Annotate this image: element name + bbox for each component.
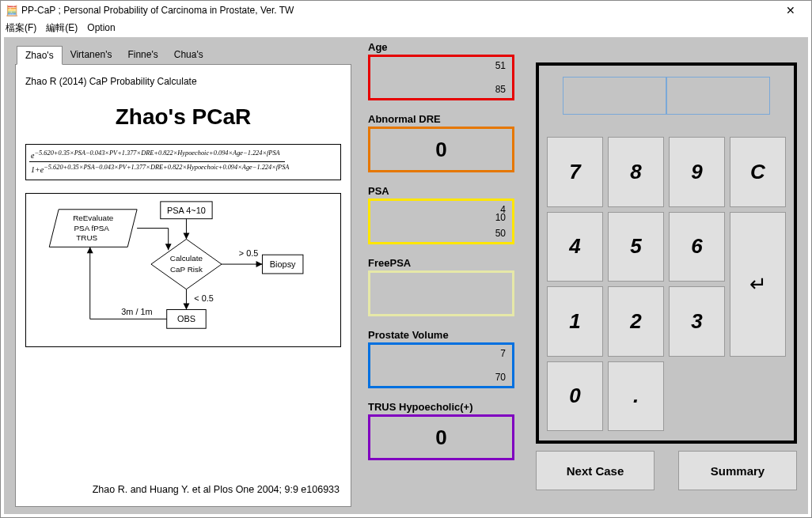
inputs-column: Age 51 85 Abnormal DRE 0 PSA 4 10 50 bbox=[368, 41, 514, 473]
key-3[interactable]: 3 bbox=[669, 286, 725, 357]
tab-finne[interactable]: Finne's bbox=[120, 46, 165, 65]
svg-text:Calculate: Calculate bbox=[170, 254, 203, 263]
tab-row: Zhao's Virtanen's Finne's Chua's bbox=[17, 45, 351, 64]
next-case-button[interactable]: Next Case bbox=[536, 451, 655, 490]
trus-label: TRUS Hypoecholic(+) bbox=[368, 401, 514, 413]
svg-marker-7 bbox=[256, 261, 263, 267]
key-6[interactable]: 6 bbox=[669, 212, 725, 282]
formula-box: e−5.620+0.35×PSA−0.043×PV+1.377×DRE+0.82… bbox=[25, 144, 341, 180]
calc-display-right[interactable] bbox=[666, 77, 770, 115]
dre-input[interactable]: 0 bbox=[368, 127, 514, 172]
menubar: 檔案(F) 編輯(E) Option bbox=[1, 20, 811, 36]
svg-text:PSA  fPSA: PSA fPSA bbox=[74, 223, 109, 232]
tabs-panel: Zhao's Virtanen's Finne's Chua's Zhao R … bbox=[15, 45, 351, 505]
svg-marker-22 bbox=[165, 244, 172, 250]
age-min: 51 bbox=[495, 60, 506, 71]
tab-zhao[interactable]: Zhao's bbox=[17, 46, 63, 65]
psa-v2: 10 bbox=[495, 212, 506, 223]
trus-input[interactable]: 0 bbox=[368, 414, 514, 460]
pv-max: 70 bbox=[495, 372, 506, 383]
key-2[interactable]: 2 bbox=[608, 286, 664, 357]
dre-value: 0 bbox=[370, 129, 512, 170]
tab-chua[interactable]: Chua's bbox=[166, 46, 211, 65]
age-max: 85 bbox=[495, 84, 506, 95]
summary-button[interactable]: Summary bbox=[678, 451, 797, 490]
formula-numerator: e−5.620+0.35×PSA−0.043×PV+1.377×DRE+0.82… bbox=[29, 148, 285, 162]
app-window: 🧮 PP-CaP ; Personal Probability of Carci… bbox=[0, 0, 812, 518]
psa-input[interactable]: 4 10 50 bbox=[368, 199, 514, 244]
key-0[interactable]: 0 bbox=[547, 361, 603, 432]
svg-text:Biopsy: Biopsy bbox=[270, 259, 296, 269]
age-label: Age bbox=[368, 41, 514, 53]
svg-marker-12 bbox=[184, 303, 190, 309]
reference-text: Zhao R (2014) CaP Probability Calculate bbox=[25, 76, 341, 87]
age-input[interactable]: 51 85 bbox=[368, 55, 514, 100]
svg-text:CaP Risk: CaP Risk bbox=[170, 265, 203, 274]
key-5[interactable]: 5 bbox=[608, 212, 664, 282]
flowchart: PSA 4~10 Calculate CaP Risk > 0.5 B bbox=[25, 193, 341, 347]
menu-edit[interactable]: 編輯(E) bbox=[46, 21, 78, 35]
citation: Zhao R. and Huang Y. et al Plos One 2004… bbox=[93, 484, 340, 495]
key-dot[interactable]: . bbox=[608, 361, 664, 432]
key-8[interactable]: 8 bbox=[608, 137, 664, 207]
menu-file[interactable]: 檔案(F) bbox=[6, 21, 36, 35]
key-7[interactable]: 7 bbox=[547, 137, 603, 207]
svg-text:ReEvaluate: ReEvaluate bbox=[73, 213, 114, 221]
fpsa-label: FreePSA bbox=[368, 257, 514, 269]
panel-title: Zhao's PCaR bbox=[25, 104, 341, 130]
flow-psa-range: PSA 4~10 bbox=[167, 205, 206, 214]
calculator: 7 8 9 C 4 5 6 ↵ 1 2 3 0 . bbox=[536, 62, 797, 444]
calc-display-left[interactable] bbox=[563, 77, 666, 115]
window-title: PP-CaP ; Personal Probability of Carcino… bbox=[21, 5, 775, 16]
key-4[interactable]: 4 bbox=[547, 212, 603, 282]
key-9[interactable]: 9 bbox=[669, 137, 725, 207]
svg-text:3m / 1m: 3m / 1m bbox=[121, 307, 152, 316]
pv-min: 7 bbox=[500, 348, 506, 359]
app-icon: 🧮 bbox=[6, 5, 18, 17]
svg-text:OBS: OBS bbox=[177, 314, 195, 323]
key-clear[interactable]: C bbox=[730, 137, 786, 207]
psa-label: PSA bbox=[368, 185, 514, 197]
keypad: 7 8 9 C 4 5 6 ↵ 1 2 3 0 . bbox=[547, 137, 786, 431]
svg-marker-25 bbox=[87, 247, 93, 253]
dre-label: Abnormal DRE bbox=[368, 113, 514, 125]
pv-label: Prostate Volume bbox=[368, 329, 514, 341]
client-area: Zhao's Virtanen's Finne's Chua's Zhao R … bbox=[4, 37, 808, 514]
menu-option[interactable]: Option bbox=[87, 22, 115, 33]
psa-max: 50 bbox=[495, 228, 506, 239]
svg-marker-2 bbox=[184, 233, 190, 239]
pv-input[interactable]: 7 70 bbox=[368, 342, 514, 388]
svg-text:< 0.5: < 0.5 bbox=[194, 293, 214, 302]
svg-text:TRUS: TRUS bbox=[76, 233, 97, 242]
trus-value: 0 bbox=[370, 417, 512, 458]
svg-text:> 0.5: > 0.5 bbox=[239, 248, 259, 258]
key-enter[interactable]: ↵ bbox=[730, 212, 786, 357]
close-button[interactable]: ✕ bbox=[775, 4, 806, 17]
tab-virtanen[interactable]: Virtanen's bbox=[63, 46, 120, 65]
formula-denominator: 1+e−5.620+0.35×PSA−0.043×PV+1.377×DRE+0.… bbox=[29, 162, 294, 176]
calc-display bbox=[563, 77, 770, 115]
fpsa-input[interactable] bbox=[368, 270, 514, 316]
titlebar: 🧮 PP-CaP ; Personal Probability of Carci… bbox=[1, 1, 811, 20]
key-1[interactable]: 1 bbox=[547, 286, 603, 357]
tab-body: Zhao R (2014) CaP Probability Calculate … bbox=[15, 64, 351, 507]
